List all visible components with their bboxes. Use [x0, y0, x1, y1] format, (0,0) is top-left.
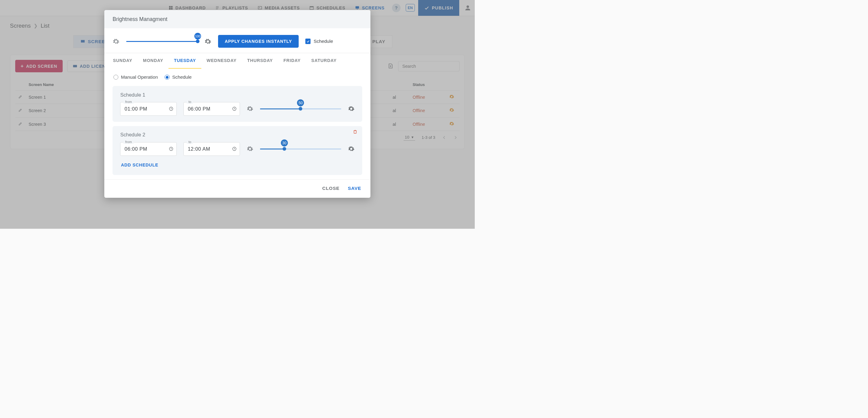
- schedule-title: Schedule 2: [120, 132, 354, 138]
- schedule-brightness-slider[interactable]: 30: [260, 148, 341, 149]
- day-tab-tuesday[interactable]: TUESDAY: [168, 53, 201, 69]
- schedule-card: Schedule 1 from 01:00 PM to 06:00 PM 50: [113, 86, 362, 122]
- day-tabs: SUNDAYMONDAYTUESDAYWEDNESDAYTHURSDAYFRID…: [104, 53, 370, 69]
- slider-value: 30: [281, 139, 288, 146]
- gear-icon: [247, 145, 253, 152]
- radio-icon: [164, 75, 169, 79]
- modal-footer: CLOSE SAVE: [104, 179, 370, 198]
- clock-icon: [169, 107, 173, 111]
- radio-manual[interactable]: Manual Operation: [114, 74, 158, 80]
- field-label: to: [187, 140, 193, 144]
- schedule-brightness-slider[interactable]: 50: [260, 108, 341, 109]
- schedule-checkbox[interactable]: [305, 39, 311, 44]
- day-tab-monday[interactable]: MONDAY: [138, 53, 169, 69]
- clock-icon: [169, 147, 173, 151]
- schedule-checkbox-label: Schedule: [314, 39, 333, 44]
- modal-title: Brightness Managment: [104, 10, 370, 28]
- from-time-input[interactable]: from 06:00 PM: [120, 142, 177, 156]
- to-time-input[interactable]: to 06:00 PM: [183, 102, 240, 116]
- schedule-title: Schedule 1: [120, 92, 354, 98]
- field-label: from: [123, 100, 133, 104]
- field-value: 06:00 PM: [125, 146, 148, 151]
- radio-label: Manual Operation: [121, 74, 158, 80]
- day-tab-thursday[interactable]: THURSDAY: [242, 53, 278, 69]
- day-tab-wednesday[interactable]: WEDNESDAY: [202, 53, 242, 69]
- modal-body: 100 APPLY CHANGES INSTANTLY Schedule SUN…: [104, 28, 370, 175]
- radio-icon: [114, 75, 118, 79]
- field-label: from: [123, 140, 133, 144]
- mode-row: Manual Operation Schedule: [113, 69, 362, 86]
- schedule-checkbox-row[interactable]: Schedule: [305, 39, 333, 44]
- brightness-main-row: 100 APPLY CHANGES INSTANTLY Schedule: [113, 35, 362, 48]
- apply-changes-button[interactable]: APPLY CHANGES INSTANTLY: [218, 35, 299, 48]
- svg-rect-20: [354, 131, 356, 133]
- from-time-input[interactable]: from 01:00 PM: [120, 102, 177, 116]
- add-schedule-button[interactable]: ADD SCHEDULE: [120, 161, 354, 169]
- check-icon: [306, 39, 310, 43]
- field-value: 12:00 AM: [188, 146, 210, 151]
- field-value: 06:00 PM: [188, 106, 211, 111]
- radio-schedule[interactable]: Schedule: [164, 74, 192, 80]
- main-brightness-slider[interactable]: 100: [126, 41, 198, 42]
- slider-value: 100: [194, 33, 201, 39]
- gear-icon: [247, 105, 253, 112]
- day-tab-friday[interactable]: FRIDAY: [278, 53, 306, 69]
- clock-icon: [232, 147, 237, 151]
- gear-icon: [348, 105, 354, 112]
- gear-icon: [205, 38, 211, 45]
- clock-icon: [232, 107, 237, 111]
- close-button[interactable]: CLOSE: [322, 185, 340, 191]
- field-value: 01:00 PM: [125, 106, 148, 111]
- save-button[interactable]: SAVE: [348, 185, 361, 191]
- brightness-modal: Brightness Managment 100 APPLY CHANGES I…: [104, 10, 370, 198]
- radio-label: Schedule: [172, 74, 192, 80]
- gear-icon: [113, 38, 120, 45]
- field-label: to: [187, 100, 193, 104]
- modal-overlay: Brightness Managment 100 APPLY CHANGES I…: [0, 0, 475, 229]
- delete-icon[interactable]: [353, 130, 358, 134]
- slider-value: 50: [297, 99, 304, 106]
- gear-icon: [348, 145, 354, 152]
- day-tab-sunday[interactable]: SUNDAY: [108, 53, 138, 69]
- to-time-input[interactable]: to 12:00 AM: [183, 142, 240, 156]
- schedule-card: Schedule 2 from 06:00 PM to 12:00 AM 30 …: [113, 126, 362, 175]
- day-tab-saturday[interactable]: SATURDAY: [306, 53, 342, 69]
